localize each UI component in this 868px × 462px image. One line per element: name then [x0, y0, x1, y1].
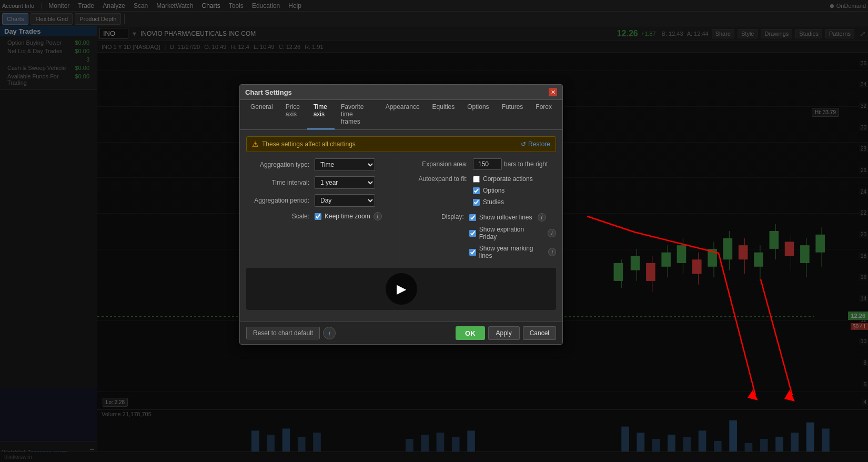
play-icon: ▶ [397, 282, 406, 296]
tab-options[interactable]: Options [461, 100, 495, 129]
reset-to-chart-default-button[interactable]: Reset to chart default [246, 327, 320, 339]
dialog-close-button[interactable]: ✕ [549, 88, 557, 96]
tab-futures[interactable]: Futures [496, 100, 530, 129]
footer-right-buttons: OK Apply Cancel [456, 326, 556, 340]
show-rollover-lines-row: Show rollover lines i [469, 213, 556, 222]
dialog-titlebar: Chart Settings ✕ [240, 85, 562, 100]
form-left-section: Aggregation type: Time Time interval: 1 … [246, 158, 393, 263]
time-interval-label: Time interval: [246, 179, 315, 186]
show-expiration-friday-checkbox[interactable] [469, 230, 476, 237]
autoexpand-row: Autoexpand to fit: Corporate actions Opt… [405, 175, 556, 209]
dialog-warning: ⚠ These settings affect all chartings ↺ … [246, 136, 556, 152]
tab-general[interactable]: General [244, 100, 279, 129]
show-expiration-friday-label: Show expiration Friday [479, 226, 542, 240]
corporate-actions-row: Corporate actions [473, 175, 533, 183]
keep-time-zoom-checkbox[interactable] [315, 213, 321, 220]
time-interval-row: Time interval: 1 year [246, 176, 393, 189]
warning-text: These settings affect all chartings [262, 140, 356, 148]
studies-checkbox[interactable] [473, 199, 480, 206]
tab-forex[interactable]: Forex [529, 100, 558, 129]
warning-icon: ⚠ [252, 140, 259, 148]
ok-button[interactable]: OK [456, 326, 485, 340]
aggregation-period-row: Aggregation period: Day [246, 194, 393, 207]
expansion-area-controls: bars to the right [473, 158, 548, 170]
scale-label: Scale: [246, 213, 315, 220]
expansion-area-label: Expansion area: [405, 160, 473, 168]
display-label: Display: [405, 213, 469, 263]
time-interval-select[interactable]: 1 year [315, 176, 375, 189]
dialog-tabs: General Price axis Time axis Favorite ti… [240, 100, 562, 130]
expansion-area-row: Expansion area: bars to the right [405, 158, 556, 170]
cancel-button[interactable]: Cancel [523, 326, 556, 340]
show-year-marking-row: Show year marking lines i [469, 245, 556, 259]
options-checkbox[interactable] [473, 187, 480, 194]
info-button[interactable]: i [323, 327, 336, 339]
year-marking-help-icon[interactable]: i [548, 248, 556, 256]
dialog-footer: Reset to chart default i OK Apply Cancel [240, 322, 562, 344]
restore-label: Restore [528, 140, 550, 148]
tab-time-axis[interactable]: Time axis [307, 100, 335, 129]
keep-time-zoom-label: Keep time zoom [325, 213, 370, 220]
studies-label: Studies [483, 198, 504, 206]
tab-equities[interactable]: Equities [426, 100, 461, 129]
form-right-section: Expansion area: bars to the right Autoex… [399, 158, 556, 263]
tab-favorite-time-frames[interactable]: Favorite time frames [335, 100, 379, 129]
show-expiration-friday-row: Show expiration Friday i [469, 226, 556, 240]
display-checkboxes: Show rollover lines i Show expiration Fr… [469, 213, 556, 263]
show-year-marking-checkbox[interactable] [469, 249, 476, 256]
show-year-marking-label: Show year marking lines [479, 245, 543, 259]
corporate-actions-checkbox[interactable] [473, 176, 480, 183]
expansion-area-suffix: bars to the right [504, 160, 548, 168]
video-area[interactable]: ▶ [246, 268, 556, 310]
video-play-button[interactable]: ▶ [386, 273, 417, 305]
display-row: Display: Show rollover lines i Show expi… [405, 213, 556, 263]
expiration-help-icon[interactable]: i [548, 229, 556, 237]
aggregation-type-row: Aggregation type: Time [246, 158, 393, 171]
aggregation-type-select[interactable]: Time [315, 158, 375, 171]
chart-settings-dialog: Chart Settings ✕ General Price axis Time… [239, 84, 563, 345]
options-label: Options [483, 187, 504, 194]
scale-row: Scale: Keep time zoom i [246, 212, 393, 220]
autoexpand-checkboxes: Corporate actions Options Studies [473, 175, 533, 209]
restore-icon: ↺ [521, 140, 526, 148]
dialog-title: Chart Settings [245, 88, 292, 96]
scale-help-icon[interactable]: i [374, 212, 382, 220]
aggregation-period-select[interactable]: Day [315, 194, 375, 207]
studies-row: Studies [473, 198, 533, 206]
dialog-content: ⚠ These settings affect all chartings ↺ … [240, 130, 562, 322]
tab-appearance[interactable]: Appearance [379, 100, 426, 129]
tab-price-axis[interactable]: Price axis [279, 100, 307, 129]
scale-controls: Keep time zoom i [315, 212, 382, 220]
options-row: Options [473, 187, 533, 194]
expansion-area-input[interactable] [473, 158, 502, 170]
corporate-actions-label: Corporate actions [483, 175, 533, 183]
apply-button[interactable]: Apply [488, 326, 520, 340]
aggregation-period-label: Aggregation period: [246, 197, 315, 204]
autoexpand-label: Autoexpand to fit: [405, 175, 473, 209]
show-rollover-lines-label: Show rollover lines [479, 214, 532, 221]
aggregation-type-label: Aggregation type: [246, 161, 315, 168]
show-rollover-lines-checkbox[interactable] [469, 214, 476, 221]
restore-button[interactable]: ↺ Restore [521, 140, 550, 148]
form-layout: Aggregation type: Time Time interval: 1 … [246, 158, 556, 263]
rollover-help-icon[interactable]: i [538, 213, 546, 222]
